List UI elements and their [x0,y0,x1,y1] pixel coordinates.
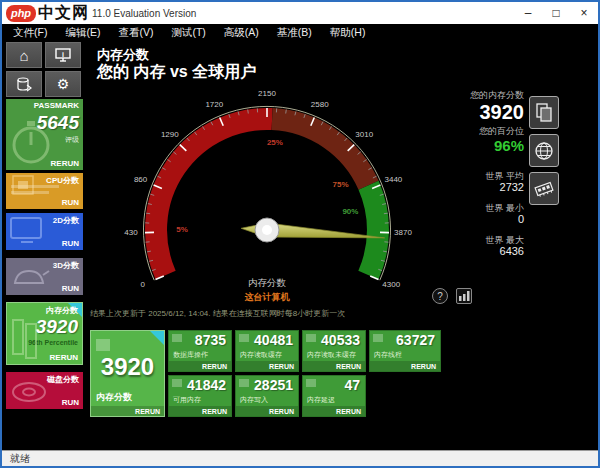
system-info-button[interactable]: i [45,42,81,68]
tile-label: 3D分数 [53,260,79,271]
menu-item[interactable]: 帮助(H) [323,24,373,42]
svg-text:内存分数: 内存分数 [248,277,287,288]
teapot-3d-icon [9,265,53,291]
monitor-info-icon: i [55,48,71,62]
baseline-update-note: 结果上次更新于 2025/6/12, 14:04. 结果在连接互联网时每8小时更… [90,308,345,319]
svg-text:5%: 5% [176,225,188,234]
menu-bar: 文件(F)编辑(E)查看(V)测试(T)高级(A)基准(B)帮助(H) [2,24,598,42]
rerun-button[interactable]: RERUN [135,408,160,415]
tile-label: 内存分数 [46,305,78,316]
world-max-value: 6436 [428,245,524,258]
svg-text:4300: 4300 [382,280,400,289]
rerun-button[interactable]: RERUN [269,363,294,370]
sidebar-tile-cpu[interactable]: CPU分数 RUN [6,173,83,209]
subtest-label: 数据库操作 [173,350,208,360]
rerun-button[interactable]: RERUN [336,363,361,370]
sidebar-tile-disk[interactable]: 磁盘分数 RUN [6,372,83,409]
svg-text:430: 430 [124,228,138,237]
page-subtitle: 您的 内存 vs 全球用户 [97,62,256,83]
svg-text:这台计算机: 这台计算机 [245,292,291,302]
subtest-tile[interactable]: 41842 可用内存 RERUN [168,375,232,417]
subtest-tile[interactable]: 40481 内存读取缓存 RERUN [235,330,299,372]
svg-text:i: i [62,51,64,58]
svg-text:25%: 25% [267,138,283,147]
world-results-button[interactable] [529,134,559,167]
subtest-value: 47 [344,377,360,393]
svg-text:2150: 2150 [258,89,276,98]
help-button[interactable]: ? [432,288,448,304]
memory-score-gauge: 0430860129017202150258030103440387043005… [97,82,437,314]
svg-text:1290: 1290 [161,130,179,139]
percentile-label: 您的百分位 [428,126,524,137]
sidebar-tile-passmark[interactable]: PASSMARK 5645 评级 RERUN [6,99,83,170]
rerun-button[interactable]: RERUN [50,353,78,362]
memory-score-value: 3920 [91,353,164,381]
subtest-tile[interactable]: 63727 内存线程 RERUN [369,330,441,372]
run-button[interactable]: RUN [62,198,79,207]
rerun-button[interactable]: RERUN [269,408,294,415]
svg-text:0: 0 [141,280,146,289]
rerun-button[interactable]: RERUN [202,408,227,415]
menu-item[interactable]: 基准(B) [270,24,319,42]
sidebar-tile-memory[interactable]: 内存分数 3920 96th Percentile RERUN [6,302,83,365]
menu-item[interactable]: 高级(A) [217,24,266,42]
subtest-tile[interactable]: 28251 内存写入 RERUN [235,375,299,417]
home-icon: ⌂ [19,47,28,64]
svg-text:90%: 90% [342,207,358,216]
subtest-tile[interactable]: 47 内存延迟 RERUN [302,375,366,417]
gear-icon: ⚙ [57,76,70,92]
tile-label: PASSMARK [34,101,79,110]
memory-info-button[interactable] [529,172,559,205]
menu-item[interactable]: 文件(F) [6,24,54,42]
selected-corner [150,331,164,345]
world-min-label: 世界 最小 [428,203,524,214]
world-avg-value: 2732 [428,181,524,194]
rerun-button[interactable]: RERUN [411,363,436,370]
your-score-value: 3920 [428,101,524,123]
title-bar: php 中文网 11.0 Evaluation Version – □ × [2,2,598,24]
monitor-icon [9,216,49,246]
status-text: 就绪 [10,452,30,466]
bar-chart-icon [459,291,470,301]
subtest-value: 40533 [321,332,360,348]
ram-icon [10,318,40,360]
subtest-label: 内存延迟 [307,395,335,405]
baseline-manager-button[interactable] [6,71,42,97]
world-avg-label: 世界 平均 [428,171,524,182]
menu-item[interactable]: 测试(T) [164,24,212,42]
subtest-label: 可用内存 [173,395,201,405]
database-icon [16,77,32,92]
subtest-value: 40481 [254,332,293,348]
tile-label: 磁盘分数 [47,374,79,385]
world-max-label: 世界 最大 [428,235,524,246]
rerun-button[interactable]: RERUN [202,363,227,370]
sidebar-tile-2d[interactable]: 2D分数 RUN [6,213,83,250]
copy-document-icon [535,103,553,123]
minimize-button[interactable]: – [514,2,542,24]
run-button[interactable]: RUN [62,398,79,407]
home-button[interactable]: ⌂ [6,42,42,68]
run-button[interactable]: RUN [62,239,79,248]
chart-button[interactable] [456,288,472,304]
menu-item[interactable]: 编辑(E) [58,24,107,42]
subtest-tile[interactable]: 8735 数据库操作 RERUN [168,330,232,372]
menu-item[interactable]: 查看(V) [111,24,160,42]
tile-sub-label: 评级 [65,135,79,145]
rerun-button[interactable]: RERUN [51,159,79,168]
site-watermark: 中文网 [38,3,89,24]
close-button[interactable]: × [570,2,598,24]
sidebar-tile-3d[interactable]: 3D分数 RUN [6,258,83,295]
subtest-tile[interactable]: 40533 内存读取未缓存 RERUN [302,330,366,372]
run-button[interactable]: RUN [62,284,79,293]
svg-text:75%: 75% [332,180,348,189]
memory-score-main-tile[interactable]: 3920 内存分数 RERUN [90,330,165,417]
svg-text:3440: 3440 [385,175,403,184]
copy-results-button[interactable] [529,96,559,129]
stopwatch-icon [9,118,55,166]
maximize-button[interactable]: □ [542,2,570,24]
svg-text:860: 860 [134,175,148,184]
question-icon: ? [437,291,443,302]
settings-button[interactable]: ⚙ [45,71,81,97]
rerun-button[interactable]: RERUN [336,408,361,415]
subtest-label: 内存写入 [240,395,268,405]
